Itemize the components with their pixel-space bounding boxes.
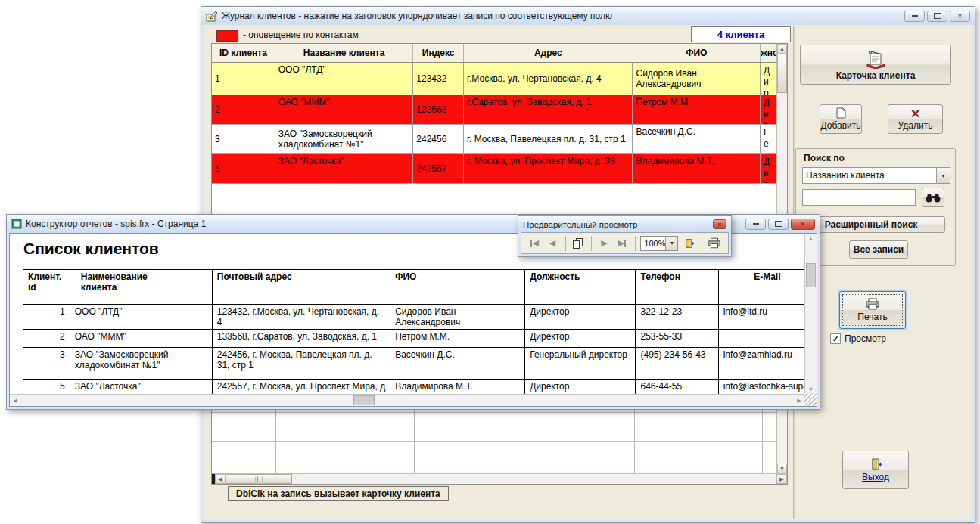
report-row: 3 ЗАО "Замоскворецкий хладокомбинат №1" … xyxy=(23,348,817,380)
close-icon: × xyxy=(958,12,963,20)
grid-header-post[interactable]: Должность xyxy=(761,44,776,62)
pages-button[interactable] xyxy=(571,235,586,252)
exit-door-icon xyxy=(868,458,883,470)
cell-address: г.Москва, ул. Чертановская, д. 4 xyxy=(464,63,633,95)
search-field-combobox[interactable]: Названию клиента ▼ xyxy=(802,167,950,184)
all-records-button[interactable]: Все записи xyxy=(849,240,908,259)
grid-horizontal-scrollbar[interactable]: ◀ ▶ xyxy=(212,473,787,484)
search-input[interactable] xyxy=(802,189,916,206)
scroll-up-icon: ▲ xyxy=(808,236,814,241)
close-button[interactable]: × xyxy=(950,11,970,22)
minimize-icon xyxy=(912,15,918,17)
close-preview-button[interactable] xyxy=(681,235,695,252)
scroll-left-button[interactable]: ◀ xyxy=(10,395,20,405)
maximize-button[interactable] xyxy=(927,11,947,22)
delete-button[interactable]: × Удалить xyxy=(888,104,943,134)
cell: ООО "ЛТД" xyxy=(70,305,212,330)
dblclk-hint-label: DblClk на запись вызывает карточку клиен… xyxy=(228,486,449,501)
report-vertical-scrollbar[interactable]: ▲ ▼ xyxy=(804,234,817,394)
minimize-icon xyxy=(753,223,759,225)
cell-post: Директор xyxy=(761,154,776,183)
cell: Петром М.М. xyxy=(390,330,525,348)
alert-legend-swatch xyxy=(216,30,238,42)
grid-row[interactable]: 3 ЗАО "Замоскворецкий хладокомбинат №1" … xyxy=(212,125,776,154)
scroll-down-icon: ▼ xyxy=(779,466,785,471)
close-button[interactable]: × xyxy=(713,219,726,229)
cell-index: 123432 xyxy=(413,63,464,95)
cell-id: 5 xyxy=(212,154,275,183)
next-page-button[interactable]: ▶ xyxy=(597,235,611,252)
cell-post: Директор xyxy=(761,63,776,95)
scroll-right-button[interactable]: ▶ xyxy=(794,395,804,405)
scroll-left-button[interactable]: ◀ xyxy=(215,474,226,484)
scroll-down-icon: ▼ xyxy=(808,386,814,392)
scroll-up-button[interactable]: ▲ xyxy=(777,44,787,54)
client-card-button[interactable]: Карточка клиента xyxy=(800,45,951,85)
chevron-down-icon: ▼ xyxy=(941,173,946,178)
grid-header-name[interactable]: Название клиента xyxy=(275,44,414,62)
preview-titlebar[interactable]: Предварительный просмотр × xyxy=(518,216,731,232)
cell: 133568, г.Саратов, ул. Заводская, д. 1 xyxy=(212,330,390,348)
button-connector-line xyxy=(863,119,888,119)
maximize-button[interactable] xyxy=(768,219,789,230)
first-page-button[interactable]: ◀ xyxy=(527,235,542,252)
cell-post: Директор xyxy=(761,95,776,124)
last-page-button[interactable]: ▶ xyxy=(614,235,629,252)
report-page-area: Список клиентов Клиент. id Наименование … xyxy=(9,233,817,407)
scroll-up-button[interactable]: ▲ xyxy=(805,234,817,243)
scroll-thumb[interactable] xyxy=(226,474,292,484)
add-button[interactable]: Добавить xyxy=(820,104,862,134)
scroll-thumb[interactable] xyxy=(353,395,375,405)
grid-row-alert[interactable]: 5 ЗАО "Ласточка" 242557 г. Москва, ул. П… xyxy=(212,154,776,184)
search-field-value: Названию клиента xyxy=(803,170,936,181)
close-button[interactable]: × xyxy=(791,219,815,230)
resize-grip[interactable] xyxy=(804,394,817,406)
client-count-badge: 4 клиента xyxy=(691,26,791,42)
print-button[interactable]: Печать xyxy=(839,291,906,329)
scroll-thumb[interactable] xyxy=(777,54,787,93)
report-horizontal-scrollbar[interactable]: ◀ ▶ xyxy=(10,394,804,406)
print-label: Печать xyxy=(857,312,887,322)
binoculars-icon xyxy=(926,193,941,203)
grid-row-alert[interactable]: 2 ОАО "МММ" 133568 г.Саратов, ул. Заводс… xyxy=(212,95,776,125)
zoom-value: 100% xyxy=(641,239,665,248)
report-header-id: Клиент. id xyxy=(23,270,70,305)
scroll-right-button[interactable]: ▶ xyxy=(776,474,787,484)
search-button[interactable] xyxy=(922,188,944,207)
grid-header-index[interactable]: Индекс xyxy=(413,44,464,62)
scroll-thumb[interactable] xyxy=(806,263,816,287)
grid-header-id[interactable]: ID клиента xyxy=(212,44,275,62)
toolbar-separator xyxy=(702,236,702,251)
delete-label: Удалить xyxy=(898,120,933,131)
report-header-email: E-Mail xyxy=(718,270,816,305)
report-header-row: Клиент. id Наименование клиента Почтовый… xyxy=(23,270,817,305)
preview-checkbox[interactable]: ✓ xyxy=(830,333,841,344)
report-page-title: Список клиентов xyxy=(23,240,159,258)
previous-page-button[interactable]: ◀ xyxy=(545,235,559,252)
close-icon: × xyxy=(717,221,721,228)
next-page-icon: ▶ xyxy=(601,238,607,248)
grid-header-fio[interactable]: ФИО xyxy=(633,44,761,62)
grid-header-address[interactable]: Адрес xyxy=(464,44,633,62)
scroll-right-icon: ▶ xyxy=(779,476,783,482)
print-preview-toolbar-window: Предварительный просмотр × ◀ ◀ ▶ ▶ xyxy=(518,215,732,257)
minimize-button[interactable] xyxy=(904,11,925,22)
zoom-combobox[interactable]: 100% ▼ xyxy=(640,236,678,251)
all-records-label: Все записи xyxy=(854,244,904,255)
grid-header-row: ID клиента Название клиента Индекс Адрес… xyxy=(212,44,776,63)
cell-fio: Сидоров Иван Александрович xyxy=(633,63,761,95)
cell-index: 133568 xyxy=(413,95,464,124)
cell: ЗАО "Замоскворецкий хладокомбинат №1" xyxy=(70,348,212,380)
exit-button[interactable]: Выход xyxy=(842,451,909,489)
report-header-fio: ФИО xyxy=(390,270,525,305)
cell-id: 2 xyxy=(212,95,275,124)
main-titlebar[interactable]: Журнал клиентов - нажатие на заголовок у… xyxy=(201,7,975,25)
scroll-down-button[interactable]: ▼ xyxy=(805,384,817,394)
zoom-dropdown-button[interactable]: ▼ xyxy=(665,237,677,250)
grid-row-selected[interactable]: 1 ООО "ЛТД" 123432 г.Москва, ул. Чертано… xyxy=(212,63,776,95)
print-report-button[interactable] xyxy=(708,235,722,252)
scroll-down-button[interactable]: ▼ xyxy=(777,464,787,473)
minimize-button[interactable] xyxy=(745,219,766,230)
combo-dropdown-button[interactable]: ▼ xyxy=(936,168,950,183)
toolbar-separator xyxy=(591,236,592,251)
